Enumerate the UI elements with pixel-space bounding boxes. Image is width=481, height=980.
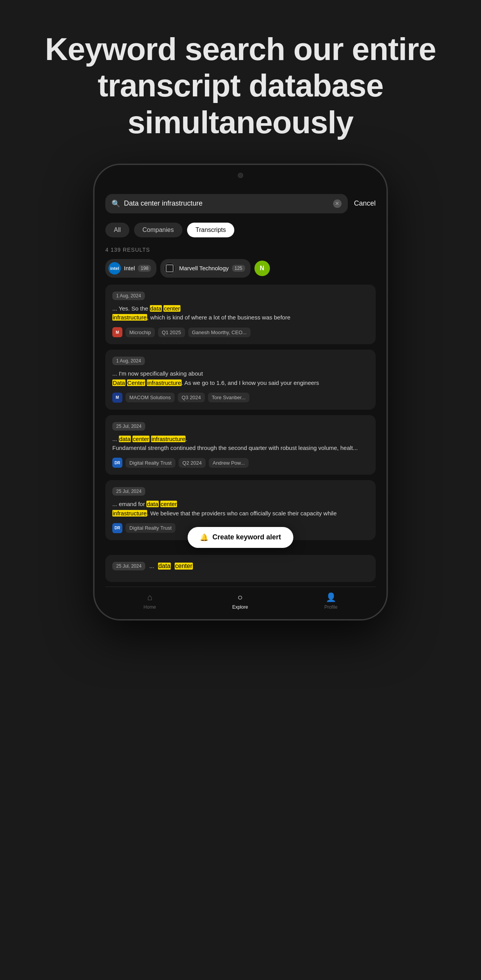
bottom-nav: ⌂ Home ○ Explore 👤 Profile [105, 587, 376, 619]
partial-highlight-2: center [175, 563, 192, 570]
marvell-name: Marvell Technology [179, 265, 228, 271]
phone-notch [94, 165, 387, 186]
partial-text: ... [149, 563, 154, 569]
company-tag-2: MACOM Solutions [125, 393, 175, 402]
nav-explore-label: Explore [232, 604, 248, 610]
filter-tab-transcripts[interactable]: Transcripts [187, 223, 235, 237]
company-tag-1: Microchip [125, 328, 155, 337]
nav-profile-label: Profile [324, 604, 337, 610]
quarter-tag-2: Q3 2024 [178, 393, 205, 402]
digital-realty-logo-small-3: DR [112, 458, 122, 468]
home-icon: ⌂ [147, 592, 152, 602]
transcript-text-3: ... data center infrastructure.Fundament… [112, 434, 369, 453]
filter-tab-all[interactable]: All [105, 223, 129, 237]
company-tag-3: Digital Realty Trust [125, 458, 175, 468]
intel-logo: intel [108, 262, 121, 275]
transcript-date-1: 1 Aug, 2024 [112, 292, 145, 300]
filter-tabs: All Companies Transcripts [105, 223, 376, 237]
speaker-tag-2: Tore Svanber... [208, 393, 249, 402]
nav-item-home[interactable]: ⌂ Home [144, 592, 156, 610]
create-keyword-alert-button[interactable]: 🔔 Create keyword alert [187, 527, 293, 548]
nav-item-profile[interactable]: 👤 Profile [324, 592, 337, 610]
alert-bell-icon: 🔔 [200, 533, 208, 542]
explore-icon: ○ [237, 592, 242, 602]
marvell-logo [163, 262, 176, 275]
search-clear-button[interactable]: ✕ [333, 199, 342, 208]
cancel-button[interactable]: Cancel [354, 199, 376, 208]
transcript-text-2: ... I'm now specifically asking aboutDat… [112, 369, 369, 387]
nav-home-label: Home [144, 604, 156, 610]
company-pill-intel[interactable]: intel Intel 198 [105, 259, 156, 278]
macom-logo-small: M [112, 393, 122, 403]
transcript-meta-2: M MACOM Solutions Q3 2024 Tore Svanber..… [112, 393, 369, 403]
transcript-text-1: ... Yes. So the data centerinfrastructur… [112, 304, 369, 322]
phone-screen: 🔍 Data center infrastructure ✕ Cancel Al… [94, 186, 387, 619]
speaker-tag-1: Ganesh Moorthy, CEO... [188, 328, 251, 337]
intel-name: Intel [124, 265, 135, 271]
filter-tab-companies[interactable]: Companies [134, 223, 182, 237]
transcript-card-2[interactable]: 1 Aug, 2024 ... I'm now specifically ask… [105, 350, 376, 410]
create-alert-container: 🔔 Create keyword alert [187, 527, 293, 548]
transcript-text-4: ... emand for data centerinfrastructure.… [112, 499, 369, 518]
search-input-wrapper[interactable]: 🔍 Data center infrastructure ✕ [105, 194, 348, 213]
search-query: Data center infrastructure [124, 199, 329, 208]
transcript-meta-1: M Microchip Q1 2025 Ganesh Moorthy, CEO.… [112, 327, 369, 337]
digital-realty-logo-small-4: DR [112, 523, 122, 533]
search-bar: 🔍 Data center infrastructure ✕ Cancel [105, 194, 376, 213]
company-pill-nvidia[interactable]: N [254, 261, 270, 276]
phone-mockup: 🔍 Data center infrastructure ✕ Cancel Al… [93, 164, 388, 620]
card-4-wrapper: 25 Jul, 2024 ... emand for data centerin… [105, 480, 376, 540]
microchip-logo-small: M [112, 327, 122, 337]
phone-side-button2 [387, 316, 388, 362]
transcript-meta-3: DR Digital Realty Trust Q2 2024 Andrew P… [112, 458, 369, 468]
transcript-card-3[interactable]: 25 Jul, 2024 ... data center infrastruct… [105, 415, 376, 475]
speaker-tag-3: Andrew Pow... [209, 458, 249, 468]
company-pill-marvell[interactable]: Marvell Technology 125 [160, 259, 250, 278]
partial-highlight-1: data [158, 563, 171, 570]
intel-count: 198 [138, 265, 151, 272]
transcript-date-4: 25 Jul, 2024 [112, 487, 145, 496]
transcript-date-3: 25 Jul, 2024 [112, 422, 145, 431]
phone-camera [238, 173, 243, 178]
create-alert-label: Create keyword alert [212, 533, 281, 541]
marvell-count: 125 [232, 265, 245, 272]
phone-side-button [387, 273, 388, 304]
results-count: 4 139 RESULTS [105, 247, 376, 253]
transcript-card-1[interactable]: 1 Aug, 2024 ... Yes. So the data centeri… [105, 285, 376, 345]
quarter-tag-3: Q2 2024 [179, 458, 206, 468]
quarter-tag-1: Q1 2025 [158, 328, 185, 337]
partial-card: 25 Jul, 2024 ... data center [105, 555, 376, 582]
partial-date-badge: 25 Jul, 2024 [112, 562, 145, 570]
company-pills: intel Intel 198 Marvell Technology 125 N [105, 259, 376, 278]
company-tag-4: Digital Realty Trust [125, 523, 175, 533]
transcript-date-2: 1 Aug, 2024 [112, 357, 145, 365]
search-icon: 🔍 [112, 199, 120, 208]
hero-title: Keyword search our entire transcript dat… [0, 0, 481, 164]
nav-item-explore[interactable]: ○ Explore [232, 592, 248, 610]
profile-icon: 👤 [326, 592, 336, 602]
